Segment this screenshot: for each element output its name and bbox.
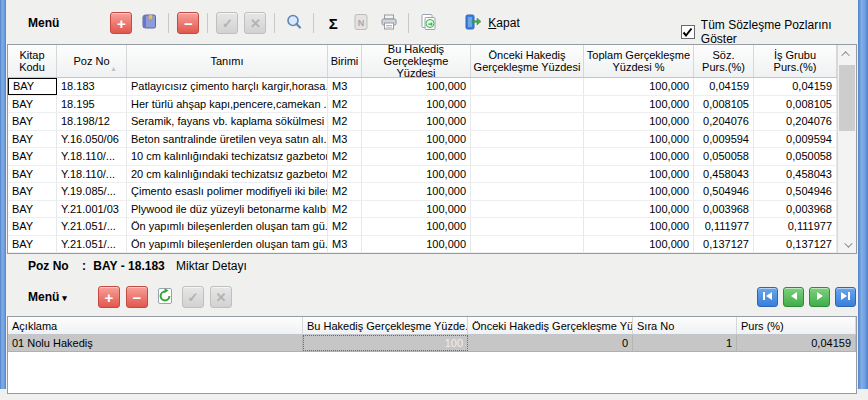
- table-row[interactable]: BAYY.21.001/03Plywood ile düz yüzeyli be…: [8, 201, 837, 219]
- cell-birim[interactable]: M2: [328, 201, 362, 218]
- cell-poz[interactable]: Y.19.085/...: [57, 183, 127, 200]
- cell-tanim[interactable]: Beton santralinde üretilen veya satın al…: [127, 131, 328, 148]
- add-button[interactable]: +: [110, 12, 132, 34]
- cell-birim[interactable]: M2: [328, 96, 362, 113]
- scrollbar-thumb[interactable]: [839, 65, 855, 131]
- poz-book-button[interactable]: [138, 12, 160, 34]
- cell-poz[interactable]: Y.21.001/03: [57, 201, 127, 218]
- table-row[interactable]: BAY18.183Patlayıcısız çimento harçlı kar…: [8, 78, 837, 96]
- cell-onceki[interactable]: [471, 218, 584, 235]
- cell-toplam[interactable]: 100,000: [584, 201, 694, 218]
- kapat-button[interactable]: Kapat: [464, 13, 519, 33]
- cell-toplam[interactable]: 100,000: [584, 148, 694, 165]
- remove-button[interactable]: −: [177, 12, 199, 34]
- cell-is_grubu[interactable]: 0,050058: [754, 148, 837, 165]
- cell-poz[interactable]: Y.18.110/...: [57, 148, 127, 165]
- cell-tanim[interactable]: 10 cm kalınlığındaki techizatsız gazbeto…: [127, 148, 328, 165]
- cell-soz[interactable]: 0,04159: [694, 78, 754, 95]
- table-row[interactable]: BAYY.18.110/...10 cm kalınlığındaki tech…: [8, 148, 837, 166]
- column-header-birimi[interactable]: Birimi: [328, 45, 362, 77]
- table-row[interactable]: BAY18.198/12Seramik, fayans vb. kaplama …: [8, 113, 837, 131]
- cell-onceki[interactable]: [471, 131, 584, 148]
- cell-aciklama[interactable]: 01 Nolu Hakediş: [8, 335, 303, 351]
- scroll-up-button[interactable]: [838, 45, 856, 62]
- column-header-poz-no[interactable]: Poz No▲: [57, 45, 127, 77]
- cell-birim[interactable]: M2: [328, 183, 362, 200]
- column-header-bu-hakedis[interactable]: Bu Hakediş Gerçekleşme Yüzdesi: [362, 45, 471, 77]
- cell-soz[interactable]: 0,504946: [694, 183, 754, 200]
- detail-approve-button[interactable]: ✓: [182, 286, 204, 308]
- cell-soz[interactable]: 0,003968: [694, 201, 754, 218]
- cell-poz[interactable]: Y.16.050/06: [57, 131, 127, 148]
- cell-kitap[interactable]: BAY: [8, 78, 57, 95]
- cell-soz[interactable]: 0,008105: [694, 96, 754, 113]
- cell-bu-hakedis-editor[interactable]: 100: [303, 335, 468, 351]
- cell-birim[interactable]: M3: [328, 78, 362, 95]
- show-all-contracts-checkbox[interactable]: Tüm Sözleşme Pozlarını Göster: [681, 18, 868, 46]
- table-row[interactable]: BAY18.195Her türlü ahşap kapı,pencere,ca…: [8, 96, 837, 114]
- cell-toplam[interactable]: 100,000: [584, 218, 694, 235]
- scroll-down-button[interactable]: [838, 236, 856, 253]
- column-header-is-grubu-purs[interactable]: İş Grubu Purs.(%): [754, 45, 837, 77]
- cell-tanim[interactable]: Seramik, fayans vb. kaplama sökülmesi: [127, 113, 328, 130]
- cell-tanim[interactable]: Ön yapımlı bileşenlerden oluşan tam gü..…: [127, 218, 328, 235]
- next-record-button[interactable]: [809, 287, 830, 307]
- cell-birim[interactable]: M3: [328, 236, 362, 253]
- cell-kitap[interactable]: BAY: [8, 148, 57, 165]
- cell-is_grubu[interactable]: 0,008105: [754, 96, 837, 113]
- cell-onceki[interactable]: [471, 166, 584, 183]
- cell-kitap[interactable]: BAY: [8, 201, 57, 218]
- cell-onceki[interactable]: [471, 236, 584, 253]
- detail-add-button[interactable]: +: [98, 286, 120, 308]
- cell-toplam[interactable]: 100,000: [584, 236, 694, 253]
- cell-birim[interactable]: M2: [328, 166, 362, 183]
- cell-poz[interactable]: Y.21.051/...: [57, 218, 127, 235]
- cell-tanim[interactable]: Ön yapımlı bileşenlerden oluşan tam gü..…: [127, 236, 328, 253]
- cell-bu[interactable]: 100,000: [362, 78, 471, 95]
- column-header-onceki-hakedis-detail[interactable]: Önceki Hakediş Gerçekleşme Yü...: [468, 317, 633, 334]
- cell-toplam[interactable]: 100,000: [584, 183, 694, 200]
- cell-bu[interactable]: 100,000: [362, 236, 471, 253]
- cell-birim[interactable]: M2: [328, 218, 362, 235]
- cell-toplam[interactable]: 100,000: [584, 166, 694, 183]
- report-button[interactable]: N: [350, 12, 372, 34]
- column-header-tanimi[interactable]: Tanımı: [127, 45, 328, 77]
- cell-is_grubu[interactable]: 0,003968: [754, 201, 837, 218]
- cell-onceki[interactable]: [471, 78, 584, 95]
- cell-bu[interactable]: 100,000: [362, 96, 471, 113]
- cell-onceki-hakedis[interactable]: 0: [468, 335, 633, 351]
- left-splitter[interactable]: [0, 0, 6, 389]
- cell-poz[interactable]: 18.183: [57, 78, 127, 95]
- cell-soz[interactable]: 0,204076: [694, 113, 754, 130]
- column-header-bu-hakedis-detail[interactable]: Bu Hakediş Gerçekleşme Yüzde...: [303, 317, 468, 334]
- cell-onceki[interactable]: [471, 183, 584, 200]
- detail-menu-button[interactable]: Menü▾: [28, 290, 67, 304]
- cell-kitap[interactable]: BAY: [8, 131, 57, 148]
- cell-bu[interactable]: 100,000: [362, 148, 471, 165]
- cell-is_grubu[interactable]: 0,458043: [754, 166, 837, 183]
- cell-soz[interactable]: 0,137127: [694, 236, 754, 253]
- cell-kitap[interactable]: BAY: [8, 183, 57, 200]
- search-button[interactable]: [283, 12, 305, 34]
- first-record-button[interactable]: [757, 287, 778, 307]
- table-row[interactable]: BAYY.18.110/...20 cm kalınlığındaki tech…: [8, 166, 837, 184]
- cell-toplam[interactable]: 100,000: [584, 113, 694, 130]
- cell-kitap[interactable]: BAY: [8, 236, 57, 253]
- column-header-onceki-hakedis[interactable]: Önceki Hakediş Gerçekleşme Yüzdesi: [471, 45, 584, 77]
- table-row[interactable]: BAYY.21.051/...Ön yapımlı bileşenlerden …: [8, 236, 837, 254]
- cell-tanim[interactable]: Plywood ile düz yüzeyli betonarme kalıbı…: [127, 201, 328, 218]
- checkbox-checked-icon[interactable]: [681, 25, 695, 39]
- cell-soz[interactable]: 0,050058: [694, 148, 754, 165]
- column-header-sira-no[interactable]: Sıra No: [633, 317, 737, 334]
- cell-bu[interactable]: 100,000: [362, 131, 471, 148]
- cell-bu[interactable]: 100,000: [362, 183, 471, 200]
- cell-kitap[interactable]: BAY: [8, 166, 57, 183]
- cell-tanim[interactable]: 20 cm kalınlığındaki techizatsız gazbeto…: [127, 166, 328, 183]
- cancel-button[interactable]: ✕: [244, 12, 266, 34]
- column-header-aciklama[interactable]: Açıklama: [8, 317, 303, 334]
- cell-soz[interactable]: 0,111977: [694, 218, 754, 235]
- cell-is_grubu[interactable]: 0,137127: [754, 236, 837, 253]
- table-row[interactable]: BAYY.19.085/...Çimento esaslı polimer mo…: [8, 183, 837, 201]
- column-header-soz-purs[interactable]: Söz. Purs.(%): [694, 45, 754, 77]
- cell-sira-no[interactable]: 1: [633, 335, 737, 351]
